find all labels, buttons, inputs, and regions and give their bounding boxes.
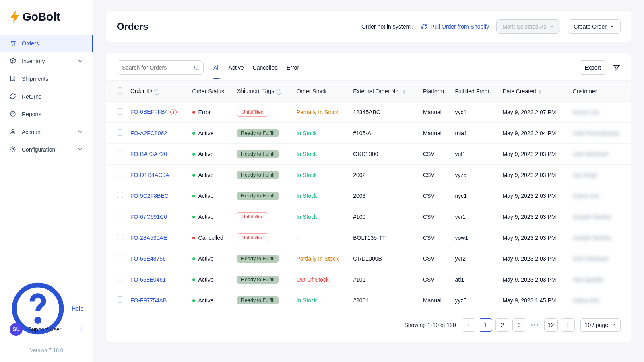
col-header: Order Status: [189, 81, 234, 102]
cart-icon: [10, 40, 16, 47]
platform: Manual: [420, 102, 452, 123]
pager-page[interactable]: 2: [495, 318, 509, 332]
row-checkbox[interactable]: [117, 108, 123, 115]
status-text: Cancelled: [198, 234, 223, 241]
sidebar-item-reports[interactable]: Reports: [0, 105, 93, 123]
stock-status: In Stock: [297, 151, 317, 157]
col-header[interactable]: Date Created▲▼: [499, 81, 569, 102]
pager-page[interactable]: 3: [512, 318, 526, 332]
order-id-link[interactable]: FO-56E48756: [130, 255, 166, 262]
orders-panel: AllActiveCancelledError Export Order ID?…: [106, 53, 631, 342]
date-created: May 9, 2023 2:03 PM: [499, 165, 569, 185]
export-button[interactable]: Export: [579, 60, 607, 75]
stock-status: In Stock: [297, 130, 317, 136]
pager-last[interactable]: 12: [544, 318, 558, 332]
tab-cancelled[interactable]: Cancelled: [253, 62, 278, 73]
customer-name: Vlad Pennsylvania: [573, 130, 619, 136]
col-header: Order Stock: [293, 81, 350, 102]
order-id-link[interactable]: FO-67C691C0: [130, 214, 167, 220]
status-text: Active: [198, 193, 214, 199]
tab-all[interactable]: All: [213, 62, 220, 73]
platform: CSV: [420, 227, 452, 248]
tab-active[interactable]: Active: [229, 62, 244, 73]
sidebar-item-inventory[interactable]: Inventory: [0, 52, 93, 70]
row-checkbox[interactable]: [117, 129, 123, 136]
row-checkbox[interactable]: [117, 234, 123, 240]
tab-error[interactable]: Error: [287, 62, 299, 73]
help-label: Help: [72, 305, 83, 312]
user-menu[interactable]: SU Support User: [0, 317, 93, 341]
search-input[interactable]: [117, 61, 190, 74]
order-id-link[interactable]: FO-BA73A720: [130, 151, 167, 157]
sidebar-item-configuration[interactable]: Configuration: [0, 141, 93, 158]
pager-info: Showing 1-10 of 120: [404, 322, 456, 328]
row-checkbox[interactable]: [117, 192, 123, 198]
sidebar-item-returns[interactable]: Returns: [0, 88, 93, 105]
col-header: Customer: [570, 81, 631, 102]
row-checkbox[interactable]: [117, 276, 123, 282]
sidebar-item-orders[interactable]: Orders: [0, 35, 93, 52]
sort-icon: ▲▼: [402, 90, 407, 94]
col-header[interactable]: External Order No.▲▼: [350, 81, 420, 102]
shipment-tag: Ready to Fulfill: [237, 129, 279, 137]
version-label: Version 7.18.0: [0, 341, 93, 362]
col-header: Order ID?: [127, 81, 189, 102]
pager-next[interactable]: [561, 318, 575, 332]
fulfilled-from: nyc1: [452, 185, 500, 206]
order-id-link[interactable]: FO-F97754AB: [130, 297, 167, 304]
customer-name: Joseph Stanley: [573, 234, 611, 241]
status-dot: [192, 174, 195, 177]
mark-selected-button[interactable]: Mark Selected As: [496, 19, 560, 34]
avatar: SU: [10, 323, 23, 336]
help-link[interactable]: Help: [0, 300, 93, 317]
pager-prev[interactable]: [462, 318, 475, 332]
page-size-select[interactable]: 10 / page: [580, 318, 621, 332]
order-id-link[interactable]: FO-A2FC8062: [130, 130, 167, 136]
order-id-link[interactable]: FO-658E0461: [130, 276, 166, 283]
order-id-link[interactable]: FO-D1D4AC0A: [130, 172, 169, 178]
stock-status: Partially In Stock: [297, 255, 339, 262]
select-all-checkbox[interactable]: [117, 87, 123, 94]
platform: Manual: [420, 290, 452, 311]
col-header: Fulfilled From: [452, 81, 500, 102]
order-id-link[interactable]: FO-9C2F8BEC: [130, 193, 169, 199]
shipment-tag: Unfulfilled: [237, 233, 268, 242]
row-checkbox[interactable]: [117, 150, 123, 156]
customer-name: John Abraham: [573, 151, 609, 157]
table-row: FO-56E48756ActiveReady to FulfillPartial…: [106, 248, 631, 269]
sidebar-item-label: Account: [22, 129, 42, 135]
order-id-link[interactable]: FO-28A530AE: [130, 234, 167, 241]
status-dot: [192, 195, 195, 197]
sidebar-item-shipments[interactable]: Shipments: [0, 70, 93, 88]
stock-status: In Stock: [297, 193, 317, 199]
status-dot: [192, 299, 195, 302]
external-order: ORD1000: [350, 144, 420, 165]
order-id-link[interactable]: FO-6BEFFFB4: [130, 109, 168, 115]
search-button[interactable]: [190, 61, 203, 74]
customer-name: Grace Lee: [573, 193, 599, 199]
chevron-down-icon: [77, 128, 83, 136]
row-checkbox[interactable]: [117, 255, 123, 261]
filter-button[interactable]: [613, 64, 621, 72]
table-row: FO-658E0461ActiveReady to FulfillOut Of …: [106, 269, 631, 290]
table-row: FO-67C691C0ActiveUnfulfilledIn Stock#100…: [106, 206, 631, 227]
status-dot: [192, 257, 195, 260]
row-checkbox[interactable]: [117, 296, 123, 303]
sidebar-item-account[interactable]: Account: [0, 123, 93, 141]
date-created: May 9, 2023 1:45 PM: [499, 290, 569, 311]
platform: CSV: [420, 248, 452, 269]
sidebar: GoBolt OrdersInventoryShipmentsReturnsRe…: [0, 0, 93, 362]
fulfilled-from: yvr1: [452, 206, 500, 227]
pager-page[interactable]: 1: [479, 318, 492, 332]
pull-order-link[interactable]: Pull Order from Shopify: [421, 23, 489, 30]
row-checkbox[interactable]: [117, 213, 123, 219]
building-icon: [10, 75, 16, 83]
not-in-system-text: Order not in system?: [361, 23, 414, 30]
create-order-button[interactable]: Create Order: [568, 19, 621, 34]
shipment-tag: Ready to Fulfill: [237, 171, 279, 179]
stock-status: Partially In Stock: [297, 109, 339, 115]
table-row: FO-9C2F8BECActiveReady to FulfillIn Stoc…: [106, 185, 631, 206]
svg-point-0: [12, 45, 13, 45]
row-checkbox[interactable]: [117, 171, 123, 177]
status-text: Active: [198, 255, 214, 262]
